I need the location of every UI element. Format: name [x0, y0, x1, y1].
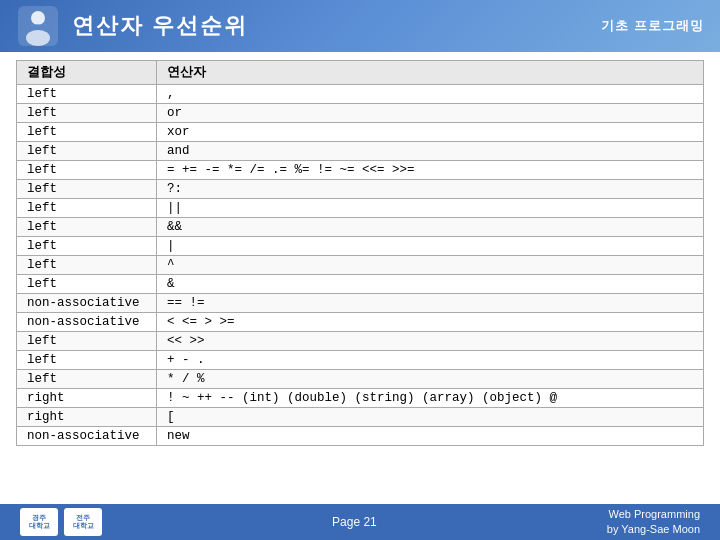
assoc-cell: left — [17, 351, 157, 370]
university-logo: 경주대학교 — [20, 508, 58, 536]
op-cell: xor — [157, 123, 704, 142]
assoc-cell: non-associative — [17, 313, 157, 332]
table-row: non-associative< <= > >= — [17, 313, 704, 332]
table-row: left<< >> — [17, 332, 704, 351]
table-row: left&& — [17, 218, 704, 237]
assoc-cell: left — [17, 123, 157, 142]
footer-credit: Web Programming by Yang-Sae Moon — [607, 507, 700, 538]
table-row: right! ~ ++ -- (int) (double) (string) (… — [17, 389, 704, 408]
op-cell: * / % — [157, 370, 704, 389]
table-row: left* / % — [17, 370, 704, 389]
table-row: leftand — [17, 142, 704, 161]
table-row: non-associative== != — [17, 294, 704, 313]
assoc-cell: left — [17, 218, 157, 237]
table-row: left& — [17, 275, 704, 294]
page-number: Page 21 — [332, 515, 377, 529]
operator-table: 결합성 연산자 left,leftorleftxorleftandleft= +… — [16, 60, 704, 446]
assoc-cell: right — [17, 408, 157, 427]
op-cell: and — [157, 142, 704, 161]
table-row: left^ — [17, 256, 704, 275]
svg-point-2 — [26, 30, 50, 46]
table-row: right[ — [17, 408, 704, 427]
table-row: left= += -= *= /= .= %= != ~= <<= >>= — [17, 161, 704, 180]
op-cell: ?: — [157, 180, 704, 199]
assoc-cell: left — [17, 85, 157, 104]
op-cell: [ — [157, 408, 704, 427]
table-row: left+ - . — [17, 351, 704, 370]
header-logo-icon — [16, 4, 60, 48]
col-header-op: 연산자 — [157, 61, 704, 85]
col-header-assoc: 결합성 — [17, 61, 157, 85]
assoc-cell: non-associative — [17, 427, 157, 446]
assoc-cell: left — [17, 161, 157, 180]
page-subtitle: 기초 프로그래밍 — [601, 17, 704, 35]
op-cell: || — [157, 199, 704, 218]
svg-point-1 — [31, 11, 45, 25]
assoc-cell: left — [17, 275, 157, 294]
op-cell: & — [157, 275, 704, 294]
assoc-cell: left — [17, 332, 157, 351]
table-row: non-associativenew — [17, 427, 704, 446]
page-title: 연산자 우선순위 — [72, 11, 601, 41]
op-cell: | — [157, 237, 704, 256]
op-cell: = += -= *= /= .= %= != ~= <<= >>= — [157, 161, 704, 180]
page-footer: 경주대학교 전주대학교 Page 21 Web Programming by Y… — [0, 504, 720, 540]
assoc-cell: left — [17, 256, 157, 275]
page-header: 연산자 우선순위 기초 프로그래밍 — [0, 0, 720, 52]
op-cell: ^ — [157, 256, 704, 275]
op-cell: or — [157, 104, 704, 123]
assoc-cell: left — [17, 370, 157, 389]
university-logo2: 전주대학교 — [64, 508, 102, 536]
svg-rect-3 — [30, 24, 46, 26]
footer-logo: 경주대학교 전주대학교 — [20, 508, 102, 536]
assoc-cell: left — [17, 237, 157, 256]
op-cell: new — [157, 427, 704, 446]
table-row: left?: — [17, 180, 704, 199]
assoc-cell: left — [17, 142, 157, 161]
table-row: left|| — [17, 199, 704, 218]
table-row: leftxor — [17, 123, 704, 142]
assoc-cell: right — [17, 389, 157, 408]
assoc-cell: left — [17, 199, 157, 218]
assoc-cell: non-associative — [17, 294, 157, 313]
table-row: left| — [17, 237, 704, 256]
op-cell: + - . — [157, 351, 704, 370]
assoc-cell: left — [17, 104, 157, 123]
op-cell: && — [157, 218, 704, 237]
table-row: leftor — [17, 104, 704, 123]
assoc-cell: left — [17, 180, 157, 199]
op-cell: ! ~ ++ -- (int) (double) (string) (array… — [157, 389, 704, 408]
op-cell: == != — [157, 294, 704, 313]
table-row: left, — [17, 85, 704, 104]
op-cell: < <= > >= — [157, 313, 704, 332]
op-cell: , — [157, 85, 704, 104]
main-content: 결합성 연산자 left,leftorleftxorleftandleft= +… — [0, 52, 720, 450]
op-cell: << >> — [157, 332, 704, 351]
